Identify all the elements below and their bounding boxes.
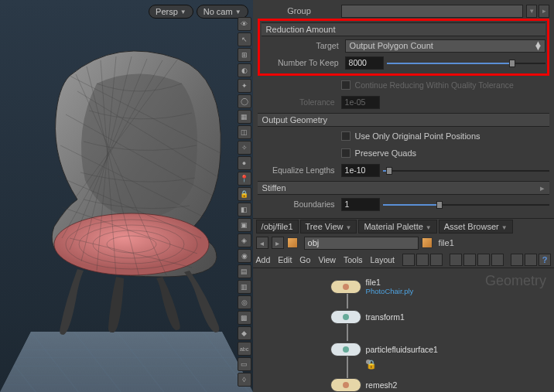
vp-tool-mat-icon[interactable]: ● <box>238 156 251 170</box>
network-menubar: Add Edit Go View Tools Layout <box>253 251 554 268</box>
number-to-keep-slider[interactable] <box>387 56 545 70</box>
number-to-keep-input[interactable] <box>345 56 384 70</box>
vp-tool-mask-icon[interactable]: ◧ <box>238 203 251 216</box>
node-lock-icon: 🔒 <box>366 360 371 364</box>
vp-tool-grid-icon[interactable]: ▦ <box>238 110 251 124</box>
menu-add[interactable]: Add <box>256 255 271 264</box>
node-particlefluidsurface1[interactable]: particlefluidsurface1 <box>330 343 438 356</box>
group-label: Group <box>258 6 341 15</box>
path-seg-obj[interactable] <box>304 237 419 250</box>
vp-tool-lock-icon[interactable]: 🔒 <box>238 187 251 201</box>
target-label: Target <box>262 41 345 50</box>
stiffen-header[interactable]: Stiffen▸ <box>258 181 549 195</box>
tolerance-input <box>341 96 380 109</box>
vp-tool-g-icon[interactable]: ▩ <box>238 311 251 325</box>
preserve-quads-checkbox[interactable] <box>341 148 351 158</box>
node-remesh2[interactable]: remesh2 <box>330 378 398 392</box>
number-to-keep-label: Number To Keep <box>262 58 345 67</box>
vp-tool-shade-icon[interactable]: ◐ <box>238 63 251 77</box>
vp-tool-cursor-icon[interactable]: ↖ <box>238 32 251 46</box>
breadcrumb-path[interactable]: /obj/file1 <box>256 220 299 233</box>
vp-tool-fx-icon[interactable]: ✧ <box>238 141 251 155</box>
target-value: Output Polygon Count <box>350 41 433 50</box>
help-icon[interactable]: ? <box>539 254 551 266</box>
group-select-icon[interactable]: ▸ <box>539 5 549 18</box>
equalize-slider[interactable] <box>383 164 549 177</box>
nav-back-icon[interactable]: ◂ <box>256 237 268 249</box>
tab-asset-browser[interactable]: Asset Browser▼ <box>439 220 513 233</box>
context-watermark: Geometry <box>485 273 546 289</box>
viewport-grid <box>0 332 253 392</box>
nav-fwd-icon[interactable]: ▸ <box>272 237 284 249</box>
vp-tool-d-icon[interactable]: ▤ <box>238 264 251 278</box>
vp-tool-cam-icon[interactable]: ◫ <box>238 125 251 139</box>
netbar-icon-7[interactable] <box>491 254 504 266</box>
continue-reducing-checkbox[interactable] <box>341 80 351 90</box>
menu-go[interactable]: Go <box>299 255 310 264</box>
vp-tool-e-icon[interactable]: ▥ <box>238 280 251 294</box>
netbar-icon-6[interactable] <box>477 254 490 266</box>
svg-line-10 <box>114 332 163 392</box>
vp-tool-j-icon[interactable]: ◊ <box>238 373 251 387</box>
svg-line-11 <box>160 332 207 392</box>
netbar-icon-5[interactable] <box>463 254 476 266</box>
netbar-icon-1[interactable] <box>402 254 415 266</box>
cam-select-label: No cam <box>203 7 233 16</box>
reduction-amount-header[interactable]: Reduction Amount <box>262 22 545 36</box>
output-geometry-header[interactable]: Output Geometry <box>258 113 549 127</box>
camera-menu-label: Persp <box>156 7 178 16</box>
highlight-reduction-amount: Reduction Amount Target Output Polygon C… <box>258 19 549 76</box>
menu-tools[interactable]: Tools <box>344 255 363 264</box>
netbar-icon-8[interactable] <box>511 254 523 266</box>
network-pathbar: ◂ ▸ file1 <box>253 234 554 251</box>
vp-tool-pin-icon[interactable]: 📍 <box>238 172 251 186</box>
tab-tree-view[interactable]: Tree View▼ <box>300 220 357 233</box>
svg-line-8 <box>0 332 90 392</box>
vp-tool-light-icon[interactable]: ✦ <box>238 79 251 93</box>
menu-layout[interactable]: Layout <box>370 255 395 264</box>
parameter-panel: Group ▾ ▸ Reduction Amount Target Output… <box>253 0 554 218</box>
node-file1[interactable]: file1 PhotoChair.ply <box>330 278 414 295</box>
vp-tool-c-icon[interactable]: ◉ <box>238 249 251 263</box>
group-dropdown-icon[interactable]: ▾ <box>526 5 537 18</box>
netbar-icon-9[interactable] <box>525 254 537 266</box>
vp-tool-eye-icon[interactable]: 👁 <box>238 17 251 31</box>
tolerance-label: Tolerance <box>258 97 341 107</box>
group-input[interactable] <box>341 5 523 18</box>
wire-3 <box>347 356 348 378</box>
boundaries-input[interactable] <box>341 198 380 211</box>
viewport-3d[interactable]: Persp▼ No cam▼ 👁 ↖ ⊞ ◐ ✦ ◯ ▦ ◫ ✧ ● 📍 🔒 ◧… <box>0 0 253 392</box>
vp-tool-h-icon[interactable]: ◆ <box>238 326 251 340</box>
vp-tool-wire-icon[interactable]: ⊞ <box>238 48 251 62</box>
tab-material-palette[interactable]: Material Palette▼ <box>358 220 436 233</box>
boundaries-slider[interactable] <box>383 198 549 211</box>
netbar-icon-3[interactable] <box>430 254 443 266</box>
node-transform1[interactable]: transform1 <box>330 310 405 324</box>
svg-line-7 <box>0 332 58 392</box>
target-dropdown[interactable]: Output Polygon Count ▲▼ <box>345 39 545 53</box>
vp-tool-abc-icon[interactable]: abc <box>238 342 251 356</box>
vp-tool-a-icon[interactable]: ▣ <box>238 218 251 232</box>
equalize-input[interactable] <box>341 164 380 177</box>
obj-context-icon[interactable] <box>287 237 298 248</box>
vp-tool-i-icon[interactable]: ▭ <box>238 357 251 371</box>
boundaries-label: Boundaries <box>258 199 341 209</box>
menu-edit[interactable]: Edit <box>278 255 292 264</box>
network-graph[interactable]: Geometry file1 PhotoChair.ply transform1… <box>253 268 554 392</box>
vp-tool-f-icon[interactable]: ◎ <box>238 295 251 309</box>
vp-tool-b-icon[interactable]: ◈ <box>238 233 251 247</box>
svg-line-9 <box>57 332 122 392</box>
netbar-icon-2[interactable] <box>416 254 429 266</box>
geo-context-icon[interactable] <box>422 237 433 248</box>
chair-mesh <box>23 45 248 339</box>
network-breadcrumb: /obj/file1 Tree View▼ Material Palette▼ … <box>253 219 554 234</box>
path-seg-file1[interactable]: file1 <box>439 238 454 247</box>
orig-points-checkbox[interactable] <box>341 131 351 141</box>
continue-reducing-label: Continue Reducing Within Quality Toleran… <box>355 80 514 90</box>
netbar-icon-4[interactable] <box>450 254 462 266</box>
equalize-label: Equalize Lengths <box>258 165 341 175</box>
menu-view[interactable]: View <box>318 255 336 264</box>
camera-menu[interactable]: Persp▼ <box>149 5 193 19</box>
preserve-quads-label: Preserve Quads <box>355 148 416 158</box>
vp-tool-ghost-icon[interactable]: ◯ <box>238 94 251 108</box>
